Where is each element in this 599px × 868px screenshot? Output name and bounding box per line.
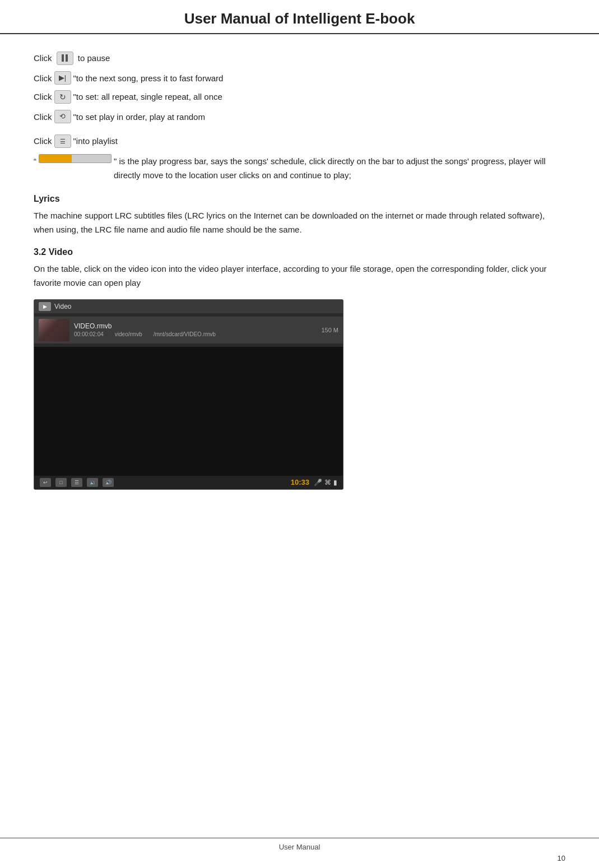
page-header: User Manual of Intelligent E-book	[0, 0, 599, 34]
click-label-4: Click	[34, 110, 52, 124]
click-label-1: Click	[34, 51, 52, 66]
video-status-bar: ↩ □ ☰ 🔉 🔊 10:33 🎤 ⌘ ▮	[34, 476, 343, 489]
click-label-5: Click	[34, 134, 52, 148]
mic-icon: 🎤	[314, 479, 322, 486]
video-size: 150 M	[321, 327, 338, 333]
page-title: User Manual of Intelligent E-book	[0, 10, 599, 27]
content-area: Click to pause Click ▶| "to the next son…	[0, 34, 599, 523]
video-type: video/rmvb	[115, 331, 142, 337]
lyrics-heading: Lyrics	[34, 194, 565, 204]
page-number: 10	[558, 854, 565, 862]
vol-up-icon[interactable]: 🔊	[103, 478, 114, 487]
next-desc: "to the next song, press it to fast forw…	[73, 71, 224, 86]
shuffle-icon[interactable]: ⟲	[54, 110, 71, 123]
quote-open: “	[34, 154, 36, 169]
battery-icon: ▮	[333, 479, 337, 486]
playlist-line: Click ☰ "into playlist	[34, 134, 565, 148]
video-header-bar: ▶ Video	[34, 300, 343, 313]
progress-bar	[39, 154, 112, 163]
section-32-heading: 3.2 Video	[34, 247, 565, 257]
video-desc: On the table, click on the video icon in…	[34, 262, 565, 290]
progress-desc: " is the play progress bar, says the son…	[114, 154, 565, 183]
progress-bar-line: “ " is the play progress bar, says the s…	[34, 154, 565, 183]
video-filename: VIDEO.rmvb	[74, 322, 317, 330]
next-song-line: Click ▶| "to the next song, press it to …	[34, 71, 565, 86]
playlist-desc: "into playlist	[73, 134, 118, 148]
pause-icon[interactable]	[57, 52, 73, 65]
vol-down-icon[interactable]: 🔉	[87, 478, 98, 487]
repeat-desc: "to set: all repeat, single repeat, all …	[73, 90, 222, 104]
video-info-block: VIDEO.rmvb 00:00:02:04 video/rmvb /mnt/s…	[74, 322, 317, 337]
pause-desc: to pause	[78, 51, 110, 66]
back-icon[interactable]: ↩	[40, 478, 51, 487]
shuffle-line: Click ⟲ "to set play in order, play at r…	[34, 110, 565, 124]
lyrics-body: The machine support LRC subtitles files …	[34, 208, 565, 237]
video-list-item[interactable]: VIDEO.rmvb 00:00:02:04 video/rmvb /mnt/s…	[34, 317, 343, 344]
click-label-3: Click	[34, 90, 52, 104]
repeat-icon[interactable]: ↻	[54, 90, 71, 104]
playlist-icon[interactable]: ☰	[54, 134, 71, 148]
page-footer: User Manual	[0, 838, 599, 851]
repeat-line: Click ↻ "to set: all repeat, single repe…	[34, 90, 565, 104]
video-meta: 00:00:02:04 video/rmvb /mnt/sdcard/VIDEO…	[74, 331, 317, 337]
progress-bar-visual	[39, 154, 112, 163]
video-main-area[interactable]	[34, 347, 343, 476]
video-thumbnail	[39, 319, 69, 341]
video-duration: 00:00:02:04	[74, 331, 104, 337]
video-list-area: VIDEO.rmvb 00:00:02:04 video/rmvb /mnt/s…	[34, 313, 343, 347]
menu-icon[interactable]: ☰	[71, 478, 82, 487]
pause-line: Click to pause	[34, 51, 565, 66]
video-player-screenshot: ▶ Video VIDEO.rmvb 00:00:02:04 video/rmv…	[34, 299, 343, 490]
home-icon[interactable]: □	[55, 478, 67, 487]
video-path: /mnt/sdcard/VIDEO.rmvb	[154, 331, 216, 337]
video-app-icon: ▶	[39, 302, 51, 311]
next-icon[interactable]: ▶|	[54, 71, 71, 85]
video-header-label: Video	[54, 303, 71, 310]
shuffle-desc: "to set play in order, play at random	[73, 110, 205, 124]
status-icons-right: 🎤 ⌘ ▮	[314, 479, 337, 486]
click-label-2: Click	[34, 71, 52, 86]
status-time: 10:33	[291, 478, 309, 486]
wifi-icon: ⌘	[324, 479, 331, 486]
video-thumb-image	[39, 319, 69, 341]
footer-label: User Manual	[279, 843, 321, 851]
